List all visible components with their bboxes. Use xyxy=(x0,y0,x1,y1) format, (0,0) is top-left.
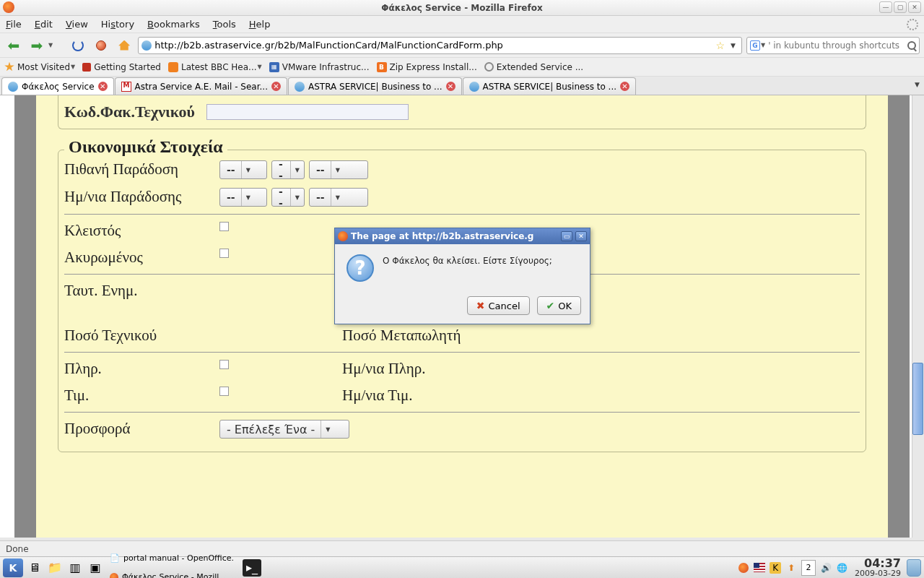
tech-folder-code-input[interactable] xyxy=(206,104,409,120)
menu-help[interactable]: Help xyxy=(249,19,271,30)
bookmark-bbc[interactable]: Latest BBC Hea...▼ xyxy=(168,62,262,72)
scrollbar-thumb[interactable] xyxy=(912,363,923,435)
bookmark-getting-started[interactable]: Getting Started xyxy=(82,62,161,72)
firefox-icon xyxy=(110,573,118,579)
bookmark-zip[interactable]: BZip Express Install... xyxy=(377,62,477,72)
cancel-icon: ✖ xyxy=(476,300,485,311)
reload-button[interactable] xyxy=(69,36,87,55)
search-go-icon[interactable] xyxy=(907,41,916,50)
blogger-icon: B xyxy=(377,62,387,72)
bookmark-most-visited[interactable]: Most Visited▼ xyxy=(4,62,75,72)
tab-fakelos-service[interactable]: Φάκελος Service ✕ xyxy=(1,77,114,95)
taskbar-openoffice[interactable]: 📄portal manual - OpenOffice. xyxy=(107,549,240,568)
possible-delivery-year[interactable]: --▼ xyxy=(309,160,368,179)
taskbar-konsole[interactable]: ▸_ xyxy=(243,559,261,577)
window-close-button[interactable]: ✕ xyxy=(908,1,921,13)
home-button[interactable] xyxy=(115,36,134,55)
search-engine-icon[interactable]: G xyxy=(750,40,760,51)
panel-launcher[interactable]: ▥ xyxy=(66,559,84,577)
dialog-close-button[interactable]: ✕ xyxy=(575,231,587,241)
tab-close-icon[interactable]: ✕ xyxy=(271,82,281,91)
tray-updates-icon[interactable]: ⬆ xyxy=(785,562,797,574)
search-input[interactable] xyxy=(768,40,905,51)
closed-label: Κλειστός xyxy=(64,222,219,240)
possible-delivery-label: Πιθανή Παράδοση xyxy=(64,160,219,178)
bookmark-vmware[interactable]: ▦VMware Infrastruc... xyxy=(269,62,370,72)
all-tabs-dropdown[interactable]: ▼ xyxy=(915,81,920,88)
mozilla-icon xyxy=(82,63,91,72)
vmware-icon: ▦ xyxy=(269,62,279,72)
confirm-dialog: The page at http://b2b.astraservice.g ▭ … xyxy=(334,228,590,324)
window-maximize-button[interactable]: ▢ xyxy=(894,1,907,13)
gmail-icon xyxy=(121,82,131,92)
rss-icon xyxy=(168,62,178,72)
tray-network-icon[interactable]: 🌐 xyxy=(836,562,847,574)
taskbar-trash[interactable] xyxy=(907,559,921,577)
menubar: File Edit View History Bookmarks Tools H… xyxy=(0,16,924,33)
window-minimize-button[interactable]: — xyxy=(879,1,892,13)
cancelled-checkbox[interactable] xyxy=(219,249,229,258)
delivery-day[interactable]: --▼ xyxy=(219,188,267,207)
url-input[interactable] xyxy=(154,40,712,51)
tray-klipper-icon[interactable]: K xyxy=(770,562,781,574)
taskbar-clock[interactable]: 04:37 xyxy=(861,558,904,569)
filemanager-launcher[interactable]: 📁 xyxy=(46,559,64,577)
home-icon xyxy=(118,40,130,51)
globe-icon xyxy=(469,82,479,92)
tab-close-icon[interactable]: ✕ xyxy=(620,82,629,91)
delivery-year[interactable]: --▼ xyxy=(309,188,368,207)
menu-edit[interactable]: Edit xyxy=(35,19,53,30)
tab-close-icon[interactable]: ✕ xyxy=(98,82,108,91)
tabbar: Φάκελος Service ✕ Astra Service A.E. Mai… xyxy=(0,77,924,95)
tray-volume-icon[interactable]: 🔊 xyxy=(820,562,832,574)
desktop-pager[interactable]: 2 xyxy=(801,560,816,576)
show-desktop-launcher[interactable]: ▣ xyxy=(87,559,104,577)
bookmark-extended[interactable]: Extended Service ... xyxy=(484,62,583,72)
menu-view[interactable]: View xyxy=(66,19,88,30)
possible-delivery-month[interactable]: --▼ xyxy=(271,160,305,179)
closed-checkbox[interactable] xyxy=(219,222,229,231)
forward-button[interactable]: ➡ xyxy=(27,36,46,55)
stop-icon xyxy=(96,40,106,51)
urlbar-container: ☆ ▼ xyxy=(138,37,742,54)
urlbar-dropdown[interactable]: ▼ xyxy=(728,42,738,49)
menu-tools[interactable]: Tools xyxy=(213,19,236,30)
ok-button[interactable]: ✔OK xyxy=(537,296,582,315)
vertical-scrollbar[interactable] xyxy=(912,95,924,538)
invoiced-checkbox[interactable] xyxy=(219,387,229,396)
dialog-maximize-button[interactable]: ▭ xyxy=(561,231,572,241)
offer-select[interactable]: - Επέλεξε Ένα -▼ xyxy=(219,420,349,439)
cancel-button[interactable]: ✖Cancel xyxy=(467,296,530,315)
folder-icon xyxy=(4,62,14,72)
tab-astra-b2b-2[interactable]: ASTRA SERVICE| Business to ... ✕ xyxy=(463,77,637,95)
tray-keyboard-layout[interactable] xyxy=(754,562,765,574)
tab-close-icon[interactable]: ✕ xyxy=(446,82,456,91)
ok-icon: ✔ xyxy=(546,300,555,311)
invoice-date-label: Ημ/νια Τιμ. xyxy=(342,387,465,405)
menu-file[interactable]: File xyxy=(6,19,22,30)
nav-history-dropdown[interactable]: ▼ xyxy=(48,42,53,48)
dialog-titlebar[interactable]: The page at http://b2b.astraservice.g ▭ … xyxy=(335,228,590,244)
paid-checkbox[interactable] xyxy=(219,360,229,369)
tray-firefox-icon[interactable] xyxy=(738,562,749,574)
status-text: Done xyxy=(6,544,29,554)
possible-delivery-day[interactable]: --▼ xyxy=(219,160,267,179)
tab-astra-b2b-1[interactable]: ASTRA SERVICE| Business to ... ✕ xyxy=(288,77,462,95)
menu-history[interactable]: History xyxy=(101,19,134,30)
taskbar-date[interactable]: 2009-03-29 xyxy=(855,569,904,577)
back-button[interactable]: ⬅ xyxy=(4,36,23,55)
bookmark-star-icon[interactable]: ☆ xyxy=(716,40,725,51)
taskbar-firefox[interactable]: Φάκελος Service - Mozill... xyxy=(107,568,240,579)
pay-date-label: Ημ/νια Πληρ. xyxy=(342,360,465,378)
kmenu-button[interactable]: K xyxy=(3,558,23,577)
searchbar-container: G ▼ xyxy=(746,37,920,54)
tab-gmail[interactable]: Astra Service A.E. Mail - Sear... ✕ xyxy=(115,77,287,95)
menu-bookmarks[interactable]: Bookmarks xyxy=(147,19,200,30)
site-identity-icon[interactable] xyxy=(141,40,152,51)
offer-label: Προσφορά xyxy=(64,420,219,438)
desktop-launcher[interactable]: 🖥 xyxy=(26,559,43,577)
stop-button[interactable] xyxy=(92,36,110,55)
delivery-month[interactable]: --▼ xyxy=(271,188,305,207)
search-engine-dropdown[interactable]: ▼ xyxy=(761,42,765,48)
bookmarks-toolbar: Most Visited▼ Getting Started Latest BBC… xyxy=(0,58,924,77)
